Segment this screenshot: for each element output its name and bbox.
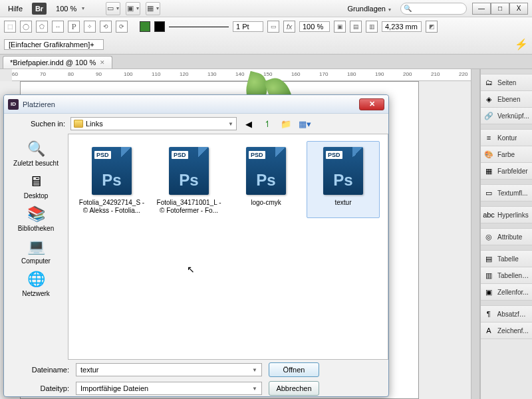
maximize-button[interactable]: □: [491, 3, 509, 15]
panel-tab[interactable]: abcHyperlinks: [481, 207, 532, 223]
search-input[interactable]: [400, 3, 467, 15]
panel-label: Hyperlinks: [497, 211, 529, 219]
place-item[interactable]: 💻Computer: [4, 235, 68, 267]
tool-icon[interactable]: ✧: [84, 21, 96, 33]
file-item[interactable]: PSDPslogo-cmyk: [229, 141, 303, 218]
wrap-icon[interactable]: ▤: [350, 21, 362, 33]
workspace-switcher[interactable]: Grundlagen: [344, 3, 396, 15]
place-icon: 🖥: [25, 172, 47, 191]
opacity-field[interactable]: 100 %: [299, 21, 330, 32]
panel-tab[interactable]: ▥Tabellenf...: [481, 267, 532, 284]
screen-mode-icon[interactable]: ▣: [126, 2, 140, 15]
fx-icon[interactable]: fx: [283, 21, 295, 33]
panel-label: Absatzfor...: [497, 311, 530, 318]
panel-label: Verknüpf...: [497, 112, 529, 120]
stroke-style[interactable]: [169, 27, 229, 27]
view-menu-icon[interactable]: ▦▾: [298, 117, 311, 130]
file-item[interactable]: PSDPsFotolia_24292714_S - © Alekss - Fot…: [75, 141, 148, 218]
folder-combo[interactable]: Links ▼: [70, 117, 237, 130]
up-icon[interactable]: ↿: [261, 117, 274, 130]
places-sidebar: 🔍Zuletzt besucht🖥Desktop📚Bibliotheken💻Co…: [4, 134, 68, 360]
filetype-field[interactable]: Importfähige Dateien▼: [76, 382, 262, 395]
panel-label: Seiten: [497, 79, 516, 86]
panel-icon: 🎨: [483, 150, 494, 159]
menu-help[interactable]: Hilfe: [4, 3, 27, 15]
place-item[interactable]: 🖥Desktop: [4, 170, 68, 201]
panel-tab[interactable]: ▭Textumfl...: [481, 185, 532, 201]
fill-swatch[interactable]: [140, 21, 150, 32]
panel-tab[interactable]: 🗂Seiten: [481, 74, 532, 91]
ruler-number: 70: [40, 71, 46, 77]
place-label: Computer: [21, 257, 51, 265]
panel-icon: abc: [483, 210, 494, 219]
corner-icon[interactable]: ◩: [426, 21, 438, 33]
file-item[interactable]: PSDPsFotolia_34171001_L - © Fotofermer -…: [152, 141, 225, 218]
stroke-swatch[interactable]: [154, 21, 165, 32]
file-thumb: PSDPs: [85, 144, 138, 198]
ruler-number: 80: [68, 71, 74, 77]
dialog-close-button[interactable]: ✕: [359, 98, 384, 110]
panel-tab[interactable]: ◎Attribute: [481, 229, 532, 245]
cap-icon[interactable]: ▭: [267, 21, 279, 33]
flash-icon[interactable]: ⚡: [515, 38, 528, 51]
back-icon[interactable]: ◀: [242, 117, 255, 130]
text-tool-icon[interactable]: P: [68, 21, 80, 33]
tool-icon[interactable]: ◯: [20, 21, 32, 33]
tool-icon[interactable]: ⬠: [36, 21, 48, 33]
close-window-button[interactable]: X: [509, 3, 528, 15]
panel-toggle-strip[interactable]: [471, 69, 480, 399]
tool-icon[interactable]: ⬚: [4, 21, 16, 33]
minimize-button[interactable]: —: [472, 3, 491, 15]
place-icon: 💻: [25, 237, 47, 256]
new-folder-icon[interactable]: 📁: [279, 117, 293, 130]
file-name: Fotolia_24292714_S - © Alekss - Fotolia.…: [78, 199, 145, 215]
file-list-pane[interactable]: ↖ PSDPsFotolia_24292714_S - © Alekss - F…: [68, 134, 388, 360]
wrap-icon[interactable]: ▣: [334, 21, 346, 33]
panel-tab[interactable]: ▤Tabelle: [481, 251, 532, 267]
place-icon: 🔍: [25, 140, 47, 158]
tool-icon[interactable]: ⟲: [100, 21, 112, 33]
arrange-docs-icon[interactable]: ▦: [146, 2, 160, 15]
document-tab[interactable]: *Briefpapier.indd @ 100 % ✕: [3, 56, 112, 68]
stroke-weight-field[interactable]: 1 Pt: [233, 21, 263, 32]
panel-tab[interactable]: ◈Ebenen: [481, 91, 532, 108]
object-style-select[interactable]: [Einfacher Grafikrahmen]+: [4, 39, 104, 50]
panel-label: Zellenfor...: [497, 289, 529, 296]
zoom-level[interactable]: 100 %: [52, 3, 88, 15]
panel-tab[interactable]: ▣Zellenfor...: [481, 284, 532, 301]
close-tab-icon[interactable]: ✕: [100, 59, 105, 66]
ruler-number: 200: [403, 71, 412, 77]
control-panel: ⬚ ◯ ⬠ ↔ P ✧ ⟲ ⟳ 1 Pt ▭ fx 100 % ▣ ▤ ▥ 4,…: [0, 17, 532, 55]
file-item[interactable]: PSDPstextur: [307, 141, 380, 218]
file-thumb: PSDPs: [162, 144, 215, 198]
panel-icon: ▤: [483, 254, 494, 263]
dialog-titlebar[interactable]: ID Platzieren ✕: [4, 95, 388, 114]
spacing-field[interactable]: 4,233 mm: [382, 21, 422, 32]
panel-label: Zeichenf...: [497, 327, 529, 334]
place-item[interactable]: 🌐Netzwerk: [4, 268, 68, 299]
place-item[interactable]: 📚Bibliotheken: [4, 203, 68, 234]
tool-icon[interactable]: ↔: [52, 21, 64, 33]
open-button[interactable]: Öffnen: [269, 362, 319, 377]
panel-icon: A: [483, 326, 494, 335]
cancel-button[interactable]: Abbrechen: [269, 381, 319, 396]
panel-tab[interactable]: AZeichenf...: [481, 323, 532, 339]
panel-tab[interactable]: ¶Absatzfor...: [481, 306, 532, 323]
panel-tab[interactable]: ≡Kontur: [481, 130, 532, 146]
wrap-icon[interactable]: ▥: [366, 21, 378, 33]
panel-tab[interactable]: 🔗Verknüpf...: [481, 108, 532, 124]
file-name: logo-cmyk: [251, 199, 281, 207]
bridge-button[interactable]: Br: [32, 3, 47, 15]
place-dialog: ID Platzieren ✕ Suchen in: Links ▼ ◀ ↿ 📁…: [3, 94, 389, 397]
filetype-label: Dateityp:: [15, 384, 69, 392]
view-options-icon[interactable]: ▭: [106, 2, 120, 15]
menubar: Hilfe Br 100 % ▭ ▣ ▦ Grundlagen — □ X: [0, 0, 532, 17]
panel-tab[interactable]: 🎨Farbe: [481, 146, 532, 163]
app-icon: ID: [8, 99, 19, 110]
panel-tab[interactable]: ▦Farbfelder: [481, 163, 532, 180]
panel-icon: 🗂: [483, 78, 494, 87]
tool-icon[interactable]: ⟳: [116, 21, 128, 33]
place-item[interactable]: 🔍Zuletzt besucht: [4, 138, 68, 169]
window-controls: — □ X: [472, 3, 528, 15]
filename-field[interactable]: textur▼: [76, 363, 262, 376]
